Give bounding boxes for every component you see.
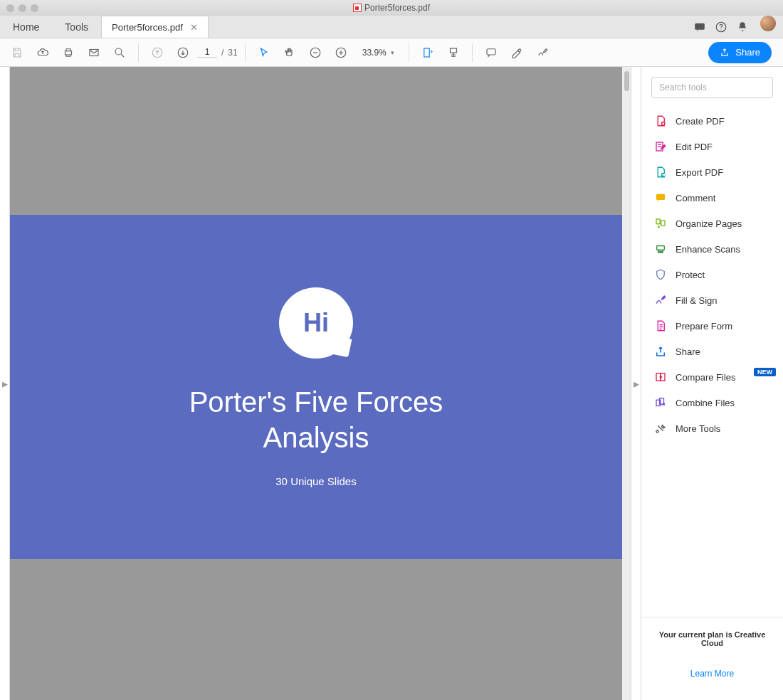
- tool-item-enhance-scans[interactable]: Enhance Scans: [641, 236, 783, 262]
- cloud-upload-icon[interactable]: [31, 41, 54, 64]
- tool-label: Compare Files: [676, 372, 736, 383]
- messages-icon[interactable]: [689, 16, 710, 38]
- tool-icon: [654, 396, 667, 409]
- left-panel-toggle[interactable]: ▸: [0, 67, 10, 700]
- traffic-lights: [0, 4, 38, 12]
- tool-item-prepare-form[interactable]: Prepare Form: [641, 313, 783, 339]
- tool-item-edit-pdf[interactable]: Edit PDF: [641, 134, 783, 159]
- tool-item-create-pdf[interactable]: Create PDF: [641, 108, 783, 134]
- tool-item-more-tools[interactable]: More Tools: [641, 415, 783, 441]
- fit-page-icon[interactable]: [416, 41, 439, 64]
- search-icon[interactable]: [108, 41, 131, 64]
- tool-icon: [654, 140, 667, 153]
- svg-rect-0: [695, 23, 705, 29]
- svg-point-2: [720, 29, 721, 30]
- save-icon[interactable]: [6, 41, 28, 64]
- learn-more-link[interactable]: Learn More: [648, 669, 776, 679]
- total-pages: 31: [228, 48, 237, 58]
- main-toolbar: / 31 33.9% ▾ Share: [0, 38, 783, 67]
- pdf-file-icon: [353, 4, 362, 12]
- tools-panel: Create PDFEdit PDFExport PDFCommentOrgan…: [641, 67, 783, 700]
- tool-label: Comment: [676, 193, 715, 203]
- svg-point-5: [115, 48, 122, 55]
- tool-label: Enhance Scans: [676, 244, 740, 255]
- tool-icon: [654, 422, 667, 435]
- tool-icon: [654, 191, 667, 204]
- current-page-input[interactable]: [197, 47, 217, 58]
- sign-tool-icon[interactable]: [531, 41, 554, 64]
- svg-rect-16: [656, 194, 665, 200]
- svg-rect-3: [65, 51, 72, 54]
- tool-label: Create PDF: [676, 116, 725, 127]
- prev-page-icon[interactable]: [146, 41, 169, 64]
- tool-label: Edit PDF: [676, 142, 713, 152]
- tool-label: Fill & Sign: [676, 295, 718, 306]
- tool-icon: [654, 319, 667, 332]
- zoom-value: 33.9%: [362, 48, 387, 58]
- selection-tool-icon[interactable]: [253, 41, 275, 64]
- scrollbar-thumb[interactable]: [624, 71, 629, 91]
- window-titlebar: Porter5forces.pdf: [0, 0, 783, 16]
- pdf-page: Hi Porter's Five Forces Analysis 30 Uniq…: [10, 215, 622, 559]
- share-button[interactable]: Share: [708, 42, 772, 63]
- scrollbar-track[interactable]: [622, 67, 631, 700]
- tool-icon: [654, 217, 667, 230]
- tool-item-protect[interactable]: Protect: [641, 262, 783, 287]
- tab-document-label: Porter5forces.pdf: [112, 22, 183, 33]
- tool-item-comment[interactable]: Comment: [641, 185, 783, 211]
- user-avatar[interactable]: [760, 16, 776, 31]
- tool-label: Export PDF: [676, 167, 723, 178]
- new-badge: NEW: [754, 368, 776, 376]
- tool-icon: [654, 345, 667, 358]
- comment-tool-icon[interactable]: [480, 41, 503, 64]
- tool-icon: [654, 268, 667, 281]
- minimize-window-icon[interactable]: [19, 4, 26, 12]
- tab-home[interactable]: Home: [0, 16, 52, 38]
- close-tab-icon[interactable]: ✕: [190, 22, 198, 33]
- tool-item-export-pdf[interactable]: Export PDF: [641, 159, 783, 185]
- bubble-text: Hi: [303, 308, 329, 338]
- hand-tool-icon[interactable]: [278, 41, 301, 64]
- slide-title: Porter's Five Forces Analysis: [189, 384, 443, 455]
- speech-bubble-icon: Hi: [279, 287, 353, 359]
- help-icon[interactable]: [710, 16, 732, 38]
- tool-icon: [654, 115, 667, 127]
- svg-rect-11: [450, 48, 456, 53]
- tool-item-fill-sign[interactable]: Fill & Sign: [641, 287, 783, 313]
- next-page-icon[interactable]: [172, 41, 194, 64]
- zoom-in-icon[interactable]: [330, 41, 352, 64]
- chevron-down-icon: ▾: [391, 49, 394, 56]
- zoom-out-icon[interactable]: [304, 41, 327, 64]
- tool-icon: [654, 166, 667, 179]
- zoom-select[interactable]: 33.9% ▾: [355, 48, 401, 58]
- svg-rect-10: [424, 48, 429, 57]
- print-icon[interactable]: [57, 41, 80, 64]
- notifications-icon[interactable]: [732, 16, 753, 38]
- highlight-tool-icon[interactable]: [505, 41, 528, 64]
- top-tabs: Home Tools Porter5forces.pdf ✕: [0, 16, 783, 38]
- page-display-icon[interactable]: [442, 41, 465, 64]
- tools-search-input[interactable]: [651, 77, 773, 98]
- page-indicator: / 31: [197, 47, 238, 58]
- plan-text: Your current plan is Creative Cloud: [648, 630, 776, 647]
- tool-item-organize-pages[interactable]: Organize Pages: [641, 211, 783, 236]
- svg-rect-18: [661, 221, 665, 226]
- right-panel-toggle[interactable]: ▸: [631, 67, 641, 700]
- page-separator: /: [221, 48, 224, 58]
- document-viewer[interactable]: Hi Porter's Five Forces Analysis 30 Uniq…: [10, 67, 631, 700]
- email-icon[interactable]: [83, 41, 105, 64]
- close-window-icon[interactable]: [6, 4, 14, 12]
- tab-document[interactable]: Porter5forces.pdf ✕: [101, 16, 209, 38]
- zoom-window-icon[interactable]: [31, 4, 38, 12]
- share-button-label: Share: [735, 47, 760, 58]
- tool-icon: [654, 294, 667, 307]
- tool-label: Prepare Form: [676, 321, 732, 332]
- tool-item-combine-files[interactable]: Combine Files: [641, 390, 783, 415]
- slide-subtitle: 30 Unique Slides: [275, 475, 356, 487]
- svg-rect-12: [487, 48, 495, 54]
- tool-item-share[interactable]: Share: [641, 339, 783, 364]
- tool-item-compare-files[interactable]: Compare FilesNEW: [641, 364, 783, 390]
- window-title: Porter5forces.pdf: [364, 3, 430, 13]
- svg-rect-19: [657, 246, 665, 250]
- tab-tools[interactable]: Tools: [52, 16, 101, 38]
